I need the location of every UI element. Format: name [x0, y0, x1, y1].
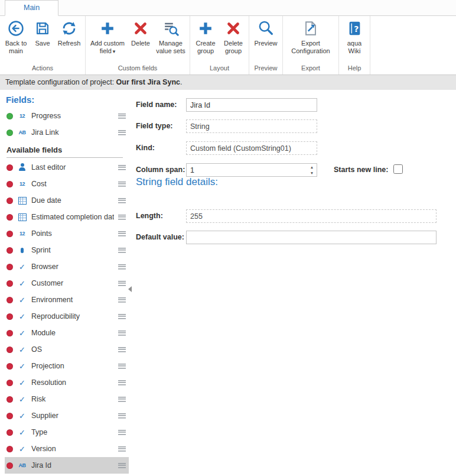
default-value-input[interactable] [186, 231, 437, 244]
field-name-label: Projection [31, 362, 114, 370]
length-input[interactable] [186, 209, 437, 223]
drag-handle-icon[interactable] [118, 231, 126, 237]
export-icon [302, 20, 320, 37]
field-name-input[interactable] [186, 98, 317, 112]
field-name-label: Estimated completion dat [31, 213, 114, 221]
field-type-input[interactable] [186, 119, 317, 133]
drag-handle-icon[interactable] [118, 364, 126, 369]
field-name-label: Environment [31, 296, 114, 304]
drag-handle-icon[interactable] [118, 198, 126, 203]
kind-input[interactable] [186, 141, 317, 155]
drag-handle-icon[interactable] [118, 463, 126, 468]
status-dot-icon [6, 363, 13, 370]
field-list-item-progress[interactable]: Progress [5, 108, 129, 124]
checkmark-icon [17, 312, 27, 320]
field-list-item-type[interactable]: Type [5, 424, 129, 441]
field-list-item-module[interactable]: Module [5, 325, 129, 341]
create-group-button[interactable]: Create group [192, 17, 219, 63]
drag-handle-icon[interactable] [118, 297, 126, 303]
starts-new-line-label: Starts new line: [334, 166, 388, 174]
field-list-item-due-date[interactable]: Due date [5, 192, 129, 209]
checkmark-icon [17, 279, 27, 287]
drag-handle-icon[interactable] [118, 264, 126, 270]
preview-icon [257, 20, 275, 37]
default-value-label: Default value: [136, 233, 184, 241]
field-list-item-environment[interactable]: Environment [5, 292, 129, 308]
field-name-label: Due date [31, 196, 114, 205]
field-name-label: OS [31, 345, 114, 354]
field-list-item-estimated-completion-dat[interactable]: Estimated completion dat [5, 209, 129, 225]
starts-new-line-checkbox[interactable] [393, 164, 403, 174]
field-list-item-jira-id[interactable]: Jira Id [5, 457, 129, 474]
status-dot-icon [6, 380, 13, 386]
spinner-up-icon[interactable] [307, 164, 317, 170]
drag-handle-icon[interactable] [118, 314, 126, 319]
status-dot-icon [6, 164, 13, 171]
drag-handle-icon[interactable] [118, 430, 126, 435]
field-list-item-jira-link[interactable]: Jira Link [5, 124, 129, 141]
save-icon [34, 20, 51, 37]
ribbon-group-label: Help [341, 63, 368, 75]
refresh-button[interactable]: Refresh [55, 17, 83, 63]
fields-sidebar: Fields: ProgressJira Link Available fiel… [0, 90, 129, 476]
field-list-item-projection[interactable]: Projection [5, 358, 129, 374]
export-configuration-button[interactable]: Export Configuration [285, 17, 337, 63]
back-to-main-button[interactable]: Back to main [2, 17, 30, 63]
aqua-wiki-button[interactable]: ? aqua Wiki [341, 17, 368, 63]
field-list-item-last-editor[interactable]: Last editor [5, 159, 129, 176]
kind-label: Kind: [136, 144, 155, 152]
drag-handle-icon[interactable] [118, 281, 126, 286]
status-dot-icon [6, 396, 13, 403]
field-list-item-browser[interactable]: Browser [5, 258, 129, 275]
field-list-item-cost[interactable]: Cost [5, 176, 129, 192]
collapse-sidebar-arrow[interactable] [128, 286, 132, 292]
drag-handle-icon[interactable] [118, 130, 126, 135]
field-list-item-points[interactable]: Points [5, 225, 129, 242]
checkmark-icon [17, 395, 27, 403]
drag-handle-icon[interactable] [118, 165, 126, 170]
field-list-item-supplier[interactable]: Supplier [5, 407, 129, 424]
tab-main[interactable]: Main [5, 0, 58, 16]
checkmark-icon [17, 263, 27, 271]
length-label: Length: [136, 212, 163, 220]
preview-button[interactable]: Preview [251, 17, 281, 63]
drag-handle-icon[interactable] [118, 248, 126, 253]
field-list-item-resolution[interactable]: Resolution [5, 374, 129, 391]
field-list-item-risk[interactable]: Risk [5, 391, 129, 407]
drag-handle-icon[interactable] [118, 215, 126, 220]
delete-icon [132, 20, 149, 37]
field-list-item-reproducibility[interactable]: Reproducibility [5, 308, 129, 325]
field-list-item-os[interactable]: OS [5, 341, 129, 358]
field-name-label: Jira Id [31, 461, 114, 469]
drag-handle-icon[interactable] [118, 413, 126, 419]
back-icon [7, 20, 25, 37]
field-list-item-version[interactable]: Version [5, 441, 129, 457]
field-name-label: Version [31, 445, 114, 453]
drag-handle-icon[interactable] [118, 347, 126, 352]
field-name-label: Resolution [31, 378, 114, 387]
status-dot-icon [6, 313, 13, 320]
delete-button[interactable]: Delete [128, 17, 153, 63]
drag-handle-icon[interactable] [118, 446, 126, 452]
delete-group-button[interactable]: Delete group [220, 17, 247, 63]
status-dot-icon [6, 280, 13, 287]
field-list-item-customer[interactable]: Customer [5, 275, 129, 292]
drag-handle-icon[interactable] [118, 331, 126, 336]
string-field-details-title: String field details: [136, 176, 218, 188]
add-custom-field-button[interactable]: Add custom field [87, 17, 128, 63]
field-name-label: Sprint [31, 246, 114, 254]
drag-handle-icon[interactable] [118, 397, 126, 402]
field-name-label: Progress [31, 112, 114, 120]
checkmark-icon [17, 378, 27, 387]
spinner-down-icon[interactable] [307, 170, 317, 177]
checkmark-icon [17, 296, 27, 304]
drag-handle-icon[interactable] [118, 114, 126, 119]
drag-handle-icon[interactable] [118, 380, 126, 386]
save-button[interactable]: Save [31, 17, 54, 63]
drag-handle-icon[interactable] [118, 182, 126, 187]
column-span-input[interactable] [186, 163, 317, 177]
manage-value-sets-button[interactable]: Manage value sets [154, 17, 188, 63]
field-config-panel: Field name: Field type: Kind: Column spa… [135, 90, 456, 476]
field-list-item-sprint[interactable]: Sprint [5, 242, 129, 258]
checkmark-icon [17, 329, 27, 337]
